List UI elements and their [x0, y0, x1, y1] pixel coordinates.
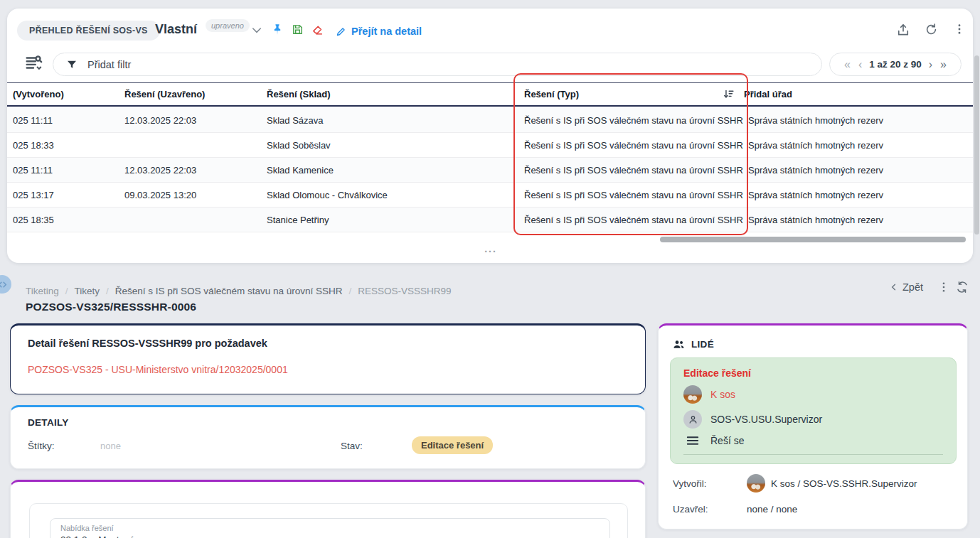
assignee-avatar	[683, 385, 702, 404]
expand-rows-button[interactable]: ...	[468, 243, 513, 254]
solution-offer-card: Nabídka řešení 23.1.2. - Mostová souprav…	[10, 480, 646, 538]
table-row[interactable]: 025 18:33 Sklad Soběslav Řešení s IS při…	[7, 133, 973, 158]
cell-closed: 12.03.2025 22:03	[124, 165, 267, 176]
go-to-detail-link[interactable]: Přejít na detail	[336, 26, 422, 37]
cell-type: Řešení s IS při SOS válečném stavu na úr…	[524, 165, 748, 176]
first-page-icon[interactable]: «	[843, 59, 851, 70]
table-row[interactable]: 025 18:35 Stanice Petřiny Řešení s IS př…	[7, 208, 973, 232]
cell-created: 025 11:11	[13, 115, 124, 126]
cell-office: Správa státních hmotných rezerv	[748, 115, 973, 126]
breadcrumb-tikety[interactable]: Tikety	[75, 286, 100, 296]
cell-office: Správa státních hmotných rezerv	[748, 190, 973, 200]
table-row[interactable]: 025 13:17 09.03.2025 13:20 Sklad Olomouc…	[7, 183, 973, 208]
created-by-label: Vytvořil:	[673, 478, 741, 489]
back-button[interactable]: Zpět	[889, 281, 923, 293]
cell-office: Správa státních hmotných rezerv	[748, 165, 973, 176]
view-title-pill[interactable]: PŘEHLED ŘEŠENÍ SOS-VS	[17, 21, 160, 41]
filter-bar[interactable]	[53, 53, 822, 76]
column-header-type[interactable]: Řešení (Typ)	[524, 89, 748, 99]
closed-by-label: Uzavřel:	[673, 504, 741, 515]
current-state-panel: Editace řešení K sos SOS-VS.USU.Superviz…	[670, 357, 957, 464]
offer-field-value: 23.1.2. - Mostová souprava	[60, 534, 600, 538]
status-badge[interactable]: Editace řešení	[412, 436, 493, 454]
filter-input[interactable]	[87, 59, 809, 70]
breadcrumb-ticket-type[interactable]: Řešení s IS při SOS válečném stavu na úr…	[115, 286, 343, 296]
table-header: (Vytvořeno) Řešení (Uzavřeno) Řešení (Sk…	[7, 82, 973, 107]
labels-value[interactable]: none	[100, 441, 121, 451]
more-options-icon[interactable]	[953, 22, 966, 36]
breadcrumb-tiketing[interactable]: Tiketing	[26, 286, 59, 296]
next-page-icon[interactable]: ›	[928, 59, 933, 70]
cell-warehouse: Sklad Kamenice	[267, 165, 524, 176]
column-header-warehouse[interactable]: Řešení (Sklad)	[267, 89, 524, 99]
sync-icon[interactable]	[956, 281, 969, 294]
people-heading: LIDÉ	[673, 339, 714, 350]
table-body: 025 11:11 12.03.2025 22:03 Sklad Sázava …	[7, 108, 973, 232]
pagination: « ‹ 1 až 20 z 90 › »	[829, 53, 962, 76]
app-root: PŘEHLED ŘEŠENÍ SOS-VS Vlastní upraveno P…	[0, 0, 980, 538]
vertical-scrollbar[interactable]	[974, 55, 979, 235]
breadcrumb-separator: /	[65, 286, 68, 296]
assignee-row[interactable]: K sos	[683, 385, 943, 404]
closed-by-row: Uzavřel: none / none	[673, 500, 956, 518]
people-status: Editace řešení	[683, 367, 943, 379]
save-view-icon[interactable]	[292, 23, 304, 36]
offer-field-label: Nabídka řešení	[60, 524, 600, 532]
column-header-office[interactable]: Přidal úřad	[723, 88, 973, 100]
breadcrumb-separator: /	[106, 286, 109, 296]
people-icon	[673, 339, 685, 350]
created-by-avatar	[747, 474, 765, 493]
table-row[interactable]: 025 11:11 12.03.2025 22:03 Sklad Sázava …	[7, 108, 973, 133]
cell-warehouse: Sklad Soběslav	[267, 140, 524, 151]
code-badge-icon[interactable]	[0, 275, 11, 294]
detail-more-options-icon[interactable]	[937, 280, 950, 294]
offer-group-box: Nabídka řešení 23.1.2. - Mostová souprav…	[29, 503, 628, 538]
overview-grid-panel: PŘEHLED ŘEŠENÍ SOS-VS Vlastní upraveno P…	[7, 9, 973, 263]
cell-created: 025 18:33	[13, 140, 124, 151]
page-title: POZSOS-VS325/RESSSHR-0006	[26, 301, 196, 313]
prev-page-icon[interactable]: ‹	[858, 59, 863, 70]
queue-row[interactable]: Řeší se	[683, 435, 943, 446]
view-modified-badge: upraveno	[206, 19, 250, 32]
breadcrumb: Tiketing / Tikety / Řešení s IS při SOS …	[26, 286, 452, 296]
column-settings-icon[interactable]	[24, 54, 43, 72]
column-header-closed[interactable]: Řešení (Uzavřeno)	[124, 89, 267, 99]
cell-created: 025 18:35	[13, 215, 124, 225]
sort-descending-icon[interactable]	[723, 88, 735, 100]
pin-icon[interactable]	[272, 23, 283, 36]
cell-created: 025 11:11	[13, 165, 124, 176]
state-label: Stav:	[341, 441, 363, 451]
clear-view-icon[interactable]	[311, 23, 324, 36]
queue-icon	[683, 435, 702, 446]
filter-icon	[66, 59, 78, 70]
pencil-icon	[336, 26, 346, 37]
cell-type: Řešení s IS při SOS válečném stavu na úr…	[524, 140, 748, 151]
column-header-created[interactable]: (Vytvořeno)	[13, 89, 124, 99]
last-page-icon[interactable]: »	[939, 59, 947, 70]
people-heading-label: LIDÉ	[691, 339, 714, 350]
breadcrumb-ticket-id[interactable]: RESSOS-VSSSHR99	[358, 286, 451, 296]
breadcrumb-separator: /	[348, 286, 351, 296]
cell-warehouse: Sklad Sázava	[267, 115, 524, 126]
queue-name[interactable]: Řeší se	[710, 435, 744, 446]
export-icon[interactable]	[896, 23, 910, 37]
cell-type: Řešení s IS při SOS válečném stavu na úr…	[524, 190, 748, 200]
solution-summary-heading: Detail řešení RESSOS-VSSSHR99 pro požada…	[28, 338, 267, 349]
role-name[interactable]: SOS-VS.USU.Supervizor	[710, 414, 822, 425]
labels-label: Štítky:	[28, 441, 55, 451]
column-header-office-label: Přidal úřad	[744, 89, 792, 99]
request-link[interactable]: POZSOS-VS325 - USU-Ministerstvo vnitra/1…	[28, 364, 288, 375]
horizontal-scrollbar[interactable]	[660, 237, 966, 242]
refresh-icon[interactable]	[925, 23, 938, 36]
created-by-value[interactable]: K sos / SOS-VS.SSHR.Supervizor	[771, 478, 917, 489]
solution-summary-card: Detail řešení RESSOS-VSSSHR99 pro požada…	[10, 323, 646, 394]
offer-field[interactable]: Nabídka řešení 23.1.2. - Mostová souprav…	[50, 518, 610, 538]
view-name[interactable]: Vlastní	[155, 22, 197, 37]
cell-type: Řešení s IS při SOS válečném stavu na úr…	[524, 115, 748, 126]
role-row[interactable]: SOS-VS.USU.Supervizor	[683, 410, 943, 429]
table-row[interactable]: 025 11:11 12.03.2025 22:03 Sklad Kamenic…	[7, 158, 973, 183]
created-by-row: Vytvořil: K sos / SOS-VS.SSHR.Supervizor	[673, 474, 956, 493]
chevron-down-icon[interactable]	[252, 27, 262, 34]
assignee-name[interactable]: K sos	[710, 389, 735, 400]
cell-closed: 09.03.2025 13:20	[124, 190, 267, 200]
